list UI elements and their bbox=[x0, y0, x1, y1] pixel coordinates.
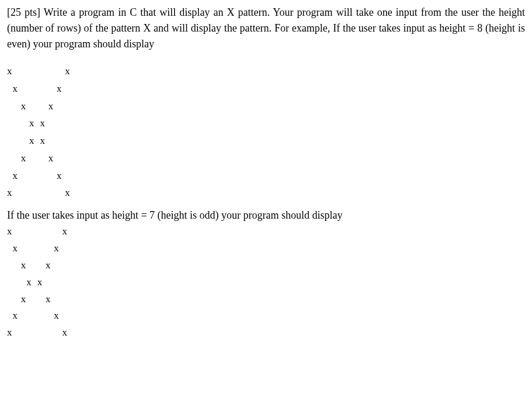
problem-body: Write a program in C that will display a… bbox=[7, 6, 525, 50]
pattern-even-block: x x x x x x x x x x x x x x x x bbox=[7, 63, 525, 202]
second-statement: If the user takes input as height = 7 (h… bbox=[7, 208, 525, 223]
pattern-odd-block: x x x x x x x x x x x x x x bbox=[7, 223, 525, 341]
points-label: [25 pts] bbox=[7, 6, 40, 18]
problem-statement: [25 pts] Write a program in C that will … bbox=[7, 5, 525, 52]
